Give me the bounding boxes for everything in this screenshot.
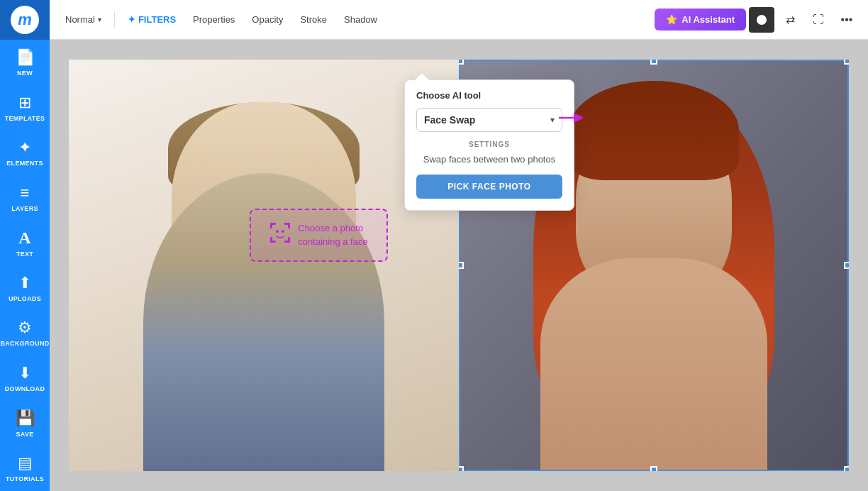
sidebar-item-label: DOWNLOAD: [5, 385, 45, 392]
sidebar-logo[interactable]: m: [0, 0, 50, 40]
sidebar-item-label: BACKGROUND: [1, 340, 50, 347]
layers-icon: ≡: [21, 184, 30, 202]
sidebar-item-label: TEXT: [16, 250, 33, 258]
more-options-button[interactable]: •••: [834, 7, 859, 33]
background-icon: ⚙: [18, 319, 32, 337]
sidebar-item-layers[interactable]: ≡ LAYERS: [0, 175, 50, 221]
sidebar-item-tutorials[interactable]: ▤ TUTORIALS: [0, 446, 50, 491]
crop-icon: ⛶: [813, 13, 824, 26]
ai-tool-popup: Choose AI tool Face Swap ▾: [404, 79, 574, 211]
face-pick-overlay[interactable]: Choose a photo containing a face: [250, 209, 388, 262]
filters-button[interactable]: ✦ FILTERS: [121, 10, 183, 29]
stroke-button[interactable]: Stroke: [293, 10, 334, 29]
sidebar-item-label: TEMPLATES: [5, 115, 45, 122]
sidebar-item-label: SAVE: [16, 431, 33, 438]
chevron-down-icon: ▾: [550, 115, 555, 125]
choose-tool-label: Choose AI tool: [416, 90, 562, 101]
text-icon: A: [18, 228, 30, 248]
handle-top-left[interactable]: [459, 60, 464, 65]
crop-icon-button[interactable]: ⛶: [806, 7, 831, 33]
svg-rect-8: [288, 237, 290, 243]
ai-assistant-button[interactable]: ⭐ AI Assistant: [655, 9, 746, 31]
sidebar-item-label: NEW: [17, 70, 33, 77]
handle-bottom-left[interactable]: [459, 466, 464, 471]
new-icon: 📄: [16, 48, 35, 67]
svg-point-9: [276, 230, 279, 233]
svg-rect-4: [288, 223, 290, 228]
svg-point-10: [282, 230, 284, 233]
face-pick-text: Choose a photo containing a face: [298, 222, 367, 248]
settings-label: SETTINGS: [416, 140, 562, 148]
sidebar-item-label: ELEMENTS: [6, 160, 43, 167]
logo-icon: m: [11, 6, 39, 34]
chevron-down-icon: ▾: [98, 16, 101, 23]
sidebar-item-label: UPLOADS: [9, 295, 41, 302]
more-options-icon: •••: [841, 13, 853, 26]
templates-icon: ⊞: [18, 94, 31, 112]
handle-bottom-middle[interactable]: [650, 466, 657, 471]
sidebar-item-uploads[interactable]: ⬆ UPLOADS: [0, 265, 50, 311]
main-area: Normal ▾ ✦ FILTERS Properties Opacity St…: [50, 0, 868, 491]
handle-top-middle[interactable]: [650, 60, 657, 65]
sidebar-item-background[interactable]: ⚙ BACKGROUND: [0, 311, 50, 356]
photo-man[interactable]: Choose a photo containing a face: [69, 60, 459, 471]
sidebar: m 📄 NEW ⊞ TEMPLATES ✦ ELEMENTS ≡ LAYERS …: [0, 0, 50, 491]
elements-icon: ✦: [18, 138, 31, 157]
transfer-icon-button[interactable]: ⇄: [777, 7, 803, 33]
ai-tool-select[interactable]: Face Swap ▾: [416, 108, 562, 132]
sidebar-item-new[interactable]: 📄 NEW: [0, 40, 50, 85]
pick-face-button[interactable]: PICK FACE PHOTO: [416, 175, 562, 199]
blend-mode-dropdown[interactable]: Normal ▾: [58, 10, 108, 29]
sidebar-item-label: LAYERS: [11, 205, 38, 212]
sidebar-item-templates[interactable]: ⊞ TEMPLATES: [0, 85, 50, 131]
circle-icon: [755, 13, 768, 26]
handle-middle-right[interactable]: [844, 262, 849, 269]
download-icon: ⬇: [18, 364, 31, 382]
arrow-cursor-icon: [557, 108, 583, 132]
sidebar-item-elements[interactable]: ✦ ELEMENTS: [0, 130, 50, 175]
properties-button[interactable]: Properties: [186, 10, 242, 29]
svg-point-0: [757, 15, 767, 25]
opacity-button[interactable]: Opacity: [245, 10, 290, 29]
popup-content: Choose AI tool Face Swap ▾: [405, 80, 574, 210]
canvas-area[interactable]: Choose a photo containing a face: [50, 40, 868, 491]
handle-bottom-right[interactable]: [844, 466, 849, 471]
face-scan-icon: [269, 222, 291, 248]
handle-top-right[interactable]: [844, 60, 849, 65]
sidebar-item-save[interactable]: 💾 SAVE: [0, 401, 50, 446]
svg-rect-6: [270, 237, 272, 243]
ai-star-icon: ⭐: [666, 14, 677, 25]
separator: [114, 11, 115, 28]
blend-mode-label: Normal: [65, 14, 95, 25]
sidebar-item-label: TUTORIALS: [6, 475, 44, 482]
sidebar-item-text[interactable]: A TEXT: [0, 220, 50, 265]
sidebar-item-download[interactable]: ⬇ DOWNLOAD: [0, 355, 50, 401]
topbar: Normal ▾ ✦ FILTERS Properties Opacity St…: [50, 0, 868, 40]
svg-rect-2: [270, 223, 272, 228]
handle-middle-left[interactable]: [459, 262, 464, 269]
selected-tool-label: Face Swap: [424, 114, 475, 126]
select-inner: Face Swap ▾: [424, 114, 555, 126]
swap-description: Swap faces between two photos: [416, 154, 562, 165]
shadow-button[interactable]: Shadow: [337, 10, 384, 29]
save-icon: 💾: [16, 409, 35, 428]
tutorials-icon: ▤: [18, 454, 33, 473]
transfer-icon: ⇄: [786, 13, 795, 26]
filters-star-icon: ✦: [128, 14, 135, 25]
upload-icon: ⬆: [18, 274, 31, 292]
circle-icon-button[interactable]: [749, 7, 774, 33]
